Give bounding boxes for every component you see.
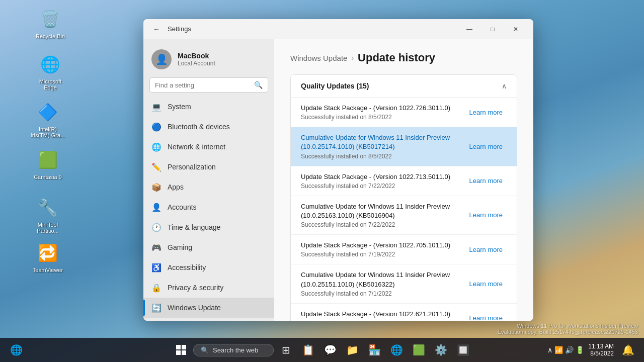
edge-taskbar-icon[interactable]: 🌐: [6, 340, 26, 360]
user-profile[interactable]: 👤 MacBook Local Account: [143, 45, 274, 77]
update-info-4: Cumulative Update for Windows 11 Insider…: [301, 202, 465, 228]
search-icon: 🔍: [254, 81, 263, 89]
learn-more-button-6[interactable]: Learn more: [465, 278, 507, 290]
minitool-label: MiniTool Partitio...: [30, 222, 66, 234]
intel-icon: 🔷: [36, 100, 60, 124]
camtasia-label: Camtasia 9: [34, 174, 62, 180]
edge-taskbar-button[interactable]: 🌐: [386, 340, 407, 360]
update-name-3: Update Stack Package - (Version 1022.713…: [301, 172, 465, 182]
apps-icon: 📦: [151, 182, 162, 192]
update-date-7: Successfully installed on 7/1/2022: [301, 320, 465, 321]
section-header[interactable]: Quality Updates (15) ∧: [291, 75, 517, 98]
update-item-6: Cumulative Update for Windows 11 Insider…: [291, 264, 517, 303]
volume-icon[interactable]: 🔊: [565, 346, 574, 354]
nav-item-accessibility[interactable]: ♿ Accessibility: [143, 257, 274, 278]
recycle-bin-label: Recycle Bin: [36, 33, 65, 39]
widgets-button[interactable]: 📋: [298, 340, 318, 360]
sys-icons: ∧ 📶 🔊 🔋: [547, 346, 584, 354]
bluetooth-icon: 🔵: [151, 122, 162, 132]
update-item-5: Update Stack Package - (Version 1022.705…: [291, 235, 517, 264]
store-button[interactable]: 🏪: [364, 340, 384, 360]
settings-search-input[interactable]: [155, 81, 250, 89]
nav-item-network[interactable]: 🌐 Network & internet: [143, 137, 274, 157]
privacy-icon: 🔒: [151, 283, 162, 293]
title-bar: ← Settings — □ ✕: [143, 19, 533, 39]
chevron-icon[interactable]: ∧: [547, 346, 552, 354]
nav-item-apps[interactable]: 📦 Apps: [143, 177, 274, 197]
user-info: MacBook Local Account: [178, 52, 215, 67]
update-date-6: Successfully installed on 7/1/2022: [301, 290, 465, 297]
windows-update-icon: 🔄: [151, 303, 162, 313]
learn-more-button-4[interactable]: Learn more: [465, 209, 507, 221]
desktop-icon-recycle-bin[interactable]: 🗑️ Recycle Bin: [30, 5, 70, 41]
window-controls: — □ ✕: [458, 19, 527, 39]
settings-search[interactable]: 🔍: [149, 77, 268, 93]
update-info-6: Cumulative Update for Windows 11 Insider…: [301, 270, 465, 297]
nav-item-system[interactable]: 💻 System: [143, 97, 274, 117]
start-button[interactable]: [171, 340, 191, 360]
settings-taskbar-button[interactable]: ⚙️: [431, 340, 451, 360]
svg-rect-2: [176, 350, 181, 355]
nav-item-privacy[interactable]: 🔒 Privacy & security: [143, 278, 274, 298]
bluetooth-label: Bluetooth & devices: [168, 123, 230, 131]
nav-item-windows-update[interactable]: 🔄 Windows Update: [143, 298, 274, 318]
desktop-icon-intel[interactable]: 🔷 Intel(R) Iris(TM) Gra...: [28, 98, 68, 140]
nav-item-time[interactable]: 🕐 Time & language: [143, 217, 274, 237]
teamviewer-icon: 🔁: [36, 241, 60, 265]
file-explorer-button[interactable]: 📁: [342, 340, 362, 360]
update-name: Update Stack Package - (Version 1022.726…: [301, 104, 465, 113]
update-item-highlighted: Cumulative Update for Windows 11 Insider…: [291, 127, 517, 166]
learn-more-button-3[interactable]: Learn more: [465, 175, 507, 187]
close-button[interactable]: ✕: [504, 19, 527, 39]
task-view-button[interactable]: ⊞: [276, 340, 296, 360]
camtasia-icon: 🟩: [36, 148, 60, 172]
battery-icon[interactable]: 🔋: [576, 346, 584, 354]
windows-update-label: Windows Update: [168, 304, 221, 312]
breadcrumb-current: Update history: [358, 51, 435, 64]
accessibility-label: Accessibility: [168, 263, 206, 272]
nav-item-accounts[interactable]: 👤 Accounts: [143, 197, 274, 217]
intel-label: Intel(R) Iris(TM) Gra...: [30, 126, 66, 138]
window-body: 👤 MacBook Local Account 🔍 💻 System: [143, 39, 533, 321]
taskbar-left: 🌐: [6, 340, 26, 360]
learn-more-button-7[interactable]: Learn more: [465, 312, 507, 321]
nav-item-personalization[interactable]: ✏️ Personalization: [143, 157, 274, 177]
watermark: Windows 11 Pro for Workstations Insider …: [0, 323, 644, 335]
maximize-button[interactable]: □: [481, 19, 504, 39]
search-label: Search the web: [213, 346, 258, 354]
learn-more-button-1[interactable]: Learn more: [465, 107, 507, 118]
nav-item-bluetooth[interactable]: 🔵 Bluetooth & devices: [143, 117, 274, 137]
breadcrumb: Windows Update › Update history: [290, 51, 517, 64]
minimize-button[interactable]: —: [458, 19, 481, 39]
teams-button[interactable]: 💬: [320, 340, 340, 360]
update-date-5: Successfully installed on 7/19/2022: [301, 251, 465, 258]
extra-button[interactable]: 🔲: [453, 340, 473, 360]
taskbar-search[interactable]: 🔍 Search the web: [193, 344, 274, 356]
update-info-2: Cumulative Update for Windows 11 Insider…: [301, 133, 465, 159]
update-date-4: Successfully installed on 7/22/2022: [301, 221, 465, 228]
watermark-line2: Evaluation copy. Build 25174.rs_prerelea…: [0, 329, 638, 335]
page-header: Windows Update › Update history: [290, 51, 517, 64]
learn-more-button-2[interactable]: Learn more: [465, 141, 507, 152]
svg-rect-1: [182, 345, 186, 349]
desktop-icon-camtasia[interactable]: 🟩 Camtasia 9: [28, 146, 68, 182]
update-info: Update Stack Package - (Version 1022.726…: [301, 104, 465, 121]
camtasia-taskbar-button[interactable]: 🟩: [409, 340, 429, 360]
taskbar-time[interactable]: 11:13 AM 8/5/2022: [588, 343, 614, 357]
desktop-icon-edge[interactable]: 🌐 Microsoft Edge: [30, 50, 70, 93]
desktop-icon-minitool[interactable]: 🔧 MiniTool Partitio...: [28, 194, 68, 236]
system-label: System: [168, 103, 191, 111]
user-name: MacBook: [178, 52, 215, 60]
desktop-icon-teamviewer[interactable]: 🔁 TeamViewer: [28, 239, 68, 275]
update-info-3: Update Stack Package - (Version 1022.713…: [301, 172, 465, 190]
nav-item-gaming[interactable]: 🎮 Gaming: [143, 237, 274, 257]
update-info-5: Update Stack Package - (Version 1022.705…: [301, 241, 465, 258]
learn-more-button-5[interactable]: Learn more: [465, 244, 507, 255]
network-icon: 🌐: [151, 142, 162, 152]
wifi-icon[interactable]: 📶: [554, 346, 563, 354]
notification-icon[interactable]: 🔔: [618, 340, 638, 360]
back-button[interactable]: ←: [149, 22, 164, 36]
breadcrumb-separator: ›: [351, 54, 354, 62]
update-info-7: Update Stack Package - (Version 1022.621…: [301, 310, 465, 321]
update-name-4: Cumulative Update for Windows 11 Insider…: [301, 202, 465, 220]
